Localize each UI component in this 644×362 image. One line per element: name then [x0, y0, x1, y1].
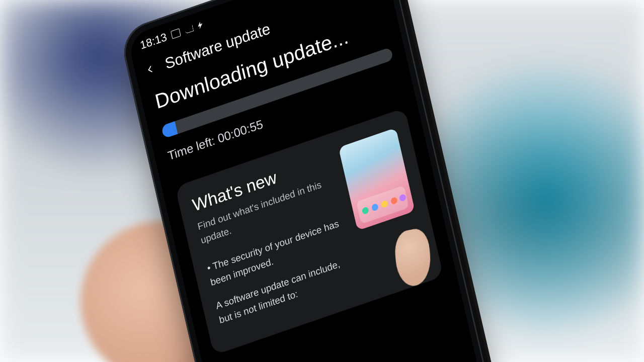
- bottom-fade: [219, 347, 487, 362]
- chevron-left-icon: [145, 63, 155, 75]
- progress-fill: [161, 121, 178, 139]
- status-time: 18:13: [139, 30, 168, 52]
- screenshot-icon: [171, 28, 181, 39]
- cast-icon: [184, 25, 194, 34]
- bolt-icon: [197, 21, 204, 30]
- back-button[interactable]: [143, 61, 158, 78]
